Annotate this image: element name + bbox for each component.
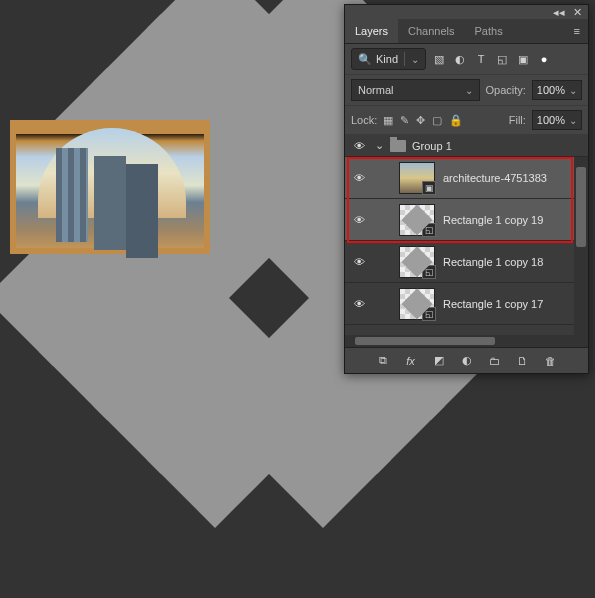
layers-footer: ⧉ fx ◩ ◐ 🗀 🗋 🗑	[345, 347, 588, 373]
layer-group[interactable]: 👁 ⌄ Group 1	[345, 135, 588, 157]
shape-badge: ◱	[422, 265, 436, 279]
layer-name: Rectangle 1 copy 18	[443, 256, 543, 268]
visibility-icon[interactable]: 👁	[349, 172, 369, 184]
lock-position-icon[interactable]: ✥	[416, 114, 425, 127]
shape-badge: ◱	[422, 307, 436, 321]
disclosure-icon[interactable]: ⌄	[375, 139, 384, 152]
filter-toggle-icon[interactable]: ●	[537, 53, 551, 65]
layer-row[interactable]: 👁 ◱ Rectangle 1 copy 19	[345, 199, 588, 241]
folder-icon	[390, 140, 406, 152]
filter-smart-icon[interactable]: ▣	[516, 53, 530, 66]
smart-object-badge: ▣	[422, 181, 436, 195]
layer-thumbnail: ▣	[399, 162, 435, 194]
layer-row[interactable]: 👁 ◱ Rectangle 1 copy 18	[345, 241, 588, 283]
chevron-down-icon	[569, 114, 577, 126]
panel-menu-icon[interactable]: ≡	[566, 19, 588, 43]
panel-tabs: Layers Channels Paths ≡	[345, 19, 588, 44]
opacity-input[interactable]: 100%	[532, 80, 582, 100]
layer-style-icon[interactable]: fx	[404, 355, 418, 367]
chevron-down-icon	[465, 84, 473, 96]
delete-layer-icon[interactable]: 🗑	[544, 355, 558, 367]
lock-all-icon[interactable]: 🔒	[449, 114, 463, 127]
placed-image	[10, 120, 210, 254]
layer-row[interactable]: 👁 ◱ Rectangle 1 copy 17	[345, 283, 588, 325]
lock-label: Lock:	[351, 114, 377, 126]
close-icon[interactable]: ✕	[573, 6, 582, 19]
lock-transparent-icon[interactable]: ▦	[383, 114, 393, 127]
layer-mask-icon[interactable]: ◩	[432, 354, 446, 367]
opacity-label: Opacity:	[486, 84, 526, 96]
adjustment-layer-icon[interactable]: ◐	[460, 354, 474, 367]
link-layers-icon[interactable]: ⧉	[376, 354, 390, 367]
new-layer-icon[interactable]: 🗋	[516, 355, 530, 367]
layer-name: Rectangle 1 copy 17	[443, 298, 543, 310]
filter-adjust-icon[interactable]: ◐	[453, 53, 467, 66]
lock-image-icon[interactable]: ✎	[400, 114, 409, 127]
filter-type-icon[interactable]: T	[474, 53, 488, 65]
filter-shape-icon[interactable]: ◱	[495, 53, 509, 66]
filter-label: Kind	[376, 53, 398, 65]
fill-value: 100%	[537, 114, 565, 126]
fill-label: Fill:	[509, 114, 526, 126]
filter-type-select[interactable]: 🔍 Kind	[351, 48, 426, 70]
blend-mode-value: Normal	[358, 84, 393, 96]
layer-name: Rectangle 1 copy 19	[443, 214, 543, 226]
search-icon: 🔍	[358, 53, 372, 66]
tab-paths[interactable]: Paths	[465, 19, 513, 43]
fill-input[interactable]: 100%	[532, 110, 582, 130]
layers-list: 👁 ⌄ Group 1 👁 ▣ architecture-4751383 👁 ◱…	[345, 135, 588, 335]
chevron-down-icon	[569, 84, 577, 96]
filter-pixel-icon[interactable]: ▧	[432, 53, 446, 66]
layer-name: architecture-4751383	[443, 172, 547, 184]
group-name: Group 1	[412, 140, 452, 152]
layer-thumbnail: ◱	[399, 246, 435, 278]
vertical-scrollbar[interactable]	[574, 157, 588, 335]
collapse-icon[interactable]: ◂◂	[553, 6, 565, 19]
layer-row[interactable]: 👁 ▣ architecture-4751383	[345, 157, 588, 199]
horizontal-scrollbar[interactable]	[345, 335, 588, 347]
layer-thumbnail: ◱	[399, 288, 435, 320]
lock-artboard-icon[interactable]: ▢	[432, 114, 442, 127]
visibility-icon[interactable]: 👁	[349, 140, 369, 152]
shape-badge: ◱	[422, 223, 436, 237]
visibility-icon[interactable]: 👁	[349, 214, 369, 226]
tab-layers[interactable]: Layers	[345, 19, 398, 43]
visibility-icon[interactable]: 👁	[349, 256, 369, 268]
new-group-icon[interactable]: 🗀	[488, 355, 502, 367]
opacity-value: 100%	[537, 84, 565, 96]
chevron-down-icon	[411, 53, 419, 65]
tab-channels[interactable]: Channels	[398, 19, 464, 43]
layers-panel: ◂◂ ✕ Layers Channels Paths ≡ 🔍 Kind ▧ ◐ …	[344, 4, 589, 374]
visibility-icon[interactable]: 👁	[349, 298, 369, 310]
blend-mode-select[interactable]: Normal	[351, 79, 480, 101]
layer-thumbnail: ◱	[399, 204, 435, 236]
